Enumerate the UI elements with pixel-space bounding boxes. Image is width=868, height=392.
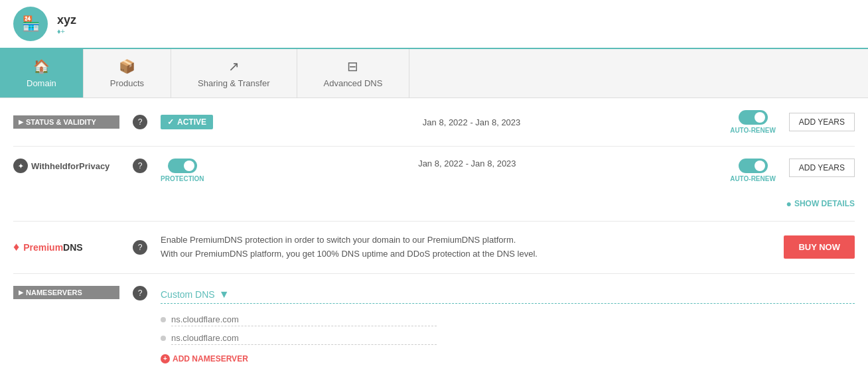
ns2-dot (161, 336, 166, 341)
add-years-button[interactable]: ADD YEARS (789, 113, 855, 131)
advanced-dns-icon: ⊟ (347, 58, 358, 74)
dns-label: DNS (63, 242, 83, 253)
tab-advanced-dns-label: Advanced DNS (324, 78, 383, 88)
protection-toggle[interactable] (168, 159, 197, 173)
dropdown-arrow-icon: ▼ (219, 289, 230, 300)
premium-dns-logo: ♦ PremiumDNS (13, 240, 119, 254)
privacy-add-years-button[interactable]: ADD YEARS (789, 159, 855, 177)
nameservers-label: NAMESERVERS (13, 286, 119, 299)
gem-icon: ♦ (13, 240, 19, 254)
ns1-input[interactable] (171, 313, 437, 326)
domain-info: xyz ♦+ (57, 13, 76, 35)
logo-icon: 🏪 (13, 7, 48, 41)
protection-label: PROTECTION (161, 175, 204, 182)
ns2-input[interactable] (171, 332, 437, 345)
sharing-icon: ↗ (228, 58, 240, 74)
custom-dns-label: Custom DNS (161, 289, 215, 300)
nav-tabs: 🏠 Domain 📦 Products ↗ Sharing & Transfer… (0, 49, 868, 98)
dns-select-wrap: Custom DNS ▼ + ADD NAMESERVER (161, 286, 855, 363)
privacy-auto-renew-label: AUTO-RENEW (730, 175, 776, 182)
products-icon: 📦 (119, 58, 135, 74)
status-validity-label: STATUS & VALIDITY (13, 115, 119, 129)
premium-dns-text: PremiumDNS (23, 242, 82, 253)
add-nameserver-link[interactable]: + ADD NAMESERVER (161, 354, 855, 363)
tab-spacer (409, 49, 868, 98)
privacy-logo-text: WithheldforPrivacy (31, 161, 109, 171)
tab-domain[interactable]: 🏠 Domain (0, 49, 84, 98)
tab-domain-label: Domain (27, 78, 56, 88)
status-validity-row: STATUS & VALIDITY ? ACTIVE Jan 8, 2022 -… (13, 98, 855, 147)
ns2-input-wrap (161, 332, 855, 345)
auto-renew-toggle-wrap: AUTO-RENEW (730, 110, 776, 134)
privacy-row: ✦ WithheldforPrivacy ? PROTECTION Jan 8,… (13, 147, 855, 222)
ns1-dot (161, 317, 166, 322)
privacy-auto-renew-toggle[interactable] (739, 159, 768, 173)
tab-sharing-label: Sharing & Transfer (198, 78, 269, 88)
tab-products[interactable]: 📦 Products (84, 49, 171, 98)
premium-desc-line2: With our PremiumDNS platform, you get 10… (161, 247, 770, 261)
privacy-logo: ✦ WithheldforPrivacy (13, 159, 119, 173)
auto-renew-label: AUTO-RENEW (730, 127, 776, 134)
premium-desc-line1: Enable PremiumDNS protection in order to… (161, 233, 770, 247)
privacy-date-range: Jan 8, 2022 - Jan 8, 2023 (218, 159, 717, 168)
domain-name: xyz (57, 13, 76, 27)
status-badge: ACTIVE (161, 115, 213, 129)
buy-now-button[interactable]: BUY NOW (784, 235, 855, 259)
privacy-help-icon[interactable]: ? (133, 159, 147, 173)
add-nameserver-label: ADD NAMESERVER (173, 354, 248, 363)
tab-products-label: Products (110, 78, 144, 88)
tab-sharing[interactable]: ↗ Sharing & Transfer (171, 49, 297, 98)
show-details-link[interactable]: SHOW DETAILS (786, 198, 855, 209)
premium-label: Premium (23, 242, 63, 253)
protection-toggle-wrap: PROTECTION (161, 159, 204, 182)
main-content: STATUS & VALIDITY ? ACTIVE Jan 8, 2022 -… (0, 98, 868, 375)
add-ns-icon: + (161, 354, 170, 363)
auto-renew-toggle[interactable] (739, 110, 768, 125)
premium-help-icon[interactable]: ? (133, 240, 147, 255)
privacy-icon: ✦ (13, 159, 28, 173)
privacy-auto-renew-toggle-wrap: AUTO-RENEW (730, 159, 776, 182)
tab-advanced-dns[interactable]: ⊟ Advanced DNS (297, 49, 410, 98)
status-help-icon[interactable]: ? (133, 115, 147, 129)
nameserver-inputs: + ADD NAMESERVER (161, 313, 855, 363)
ns1-input-wrap (161, 313, 855, 326)
premium-description: Enable PremiumDNS protection in order to… (161, 233, 770, 261)
status-text: ACTIVE (177, 117, 206, 127)
top-bar: 🏪 xyz ♦+ (0, 0, 868, 49)
nameservers-row: NAMESERVERS ? Custom DNS ▼ + ADD NAMESER… (13, 274, 855, 375)
custom-dns-select[interactable]: Custom DNS ▼ (161, 286, 855, 304)
nameservers-help-icon[interactable]: ? (133, 286, 147, 300)
home-icon: 🏠 (33, 58, 50, 74)
premium-dns-row: ♦ PremiumDNS ? Enable PremiumDNS protect… (13, 222, 855, 274)
status-date-range: Jan 8, 2022 - Jan 8, 2023 (226, 117, 717, 127)
domain-tag: ♦+ (57, 27, 76, 35)
